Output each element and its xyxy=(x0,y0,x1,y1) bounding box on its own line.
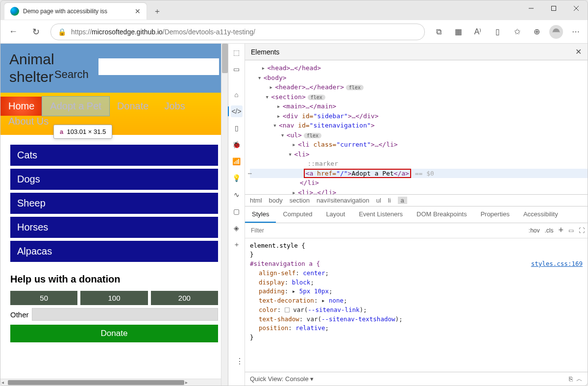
tab-computed[interactable]: Computed xyxy=(276,206,319,223)
svg-rect-1 xyxy=(552,6,556,11)
devtools-close-icon[interactable]: ✕ xyxy=(575,47,582,56)
tab-accessibility[interactable]: Accessibility xyxy=(516,206,565,223)
search-label: Search xyxy=(54,68,89,81)
quickview-collapse-icon[interactable]: ︿ xyxy=(576,375,583,384)
tab-bar: Demo page with accessibility iss ✕ ＋ xyxy=(0,0,588,20)
list-item[interactable]: Horses xyxy=(10,217,218,238)
site-title: Animalshelter xyxy=(9,51,54,86)
address-bar-row: ← ↻ 🔒 https://microsoftedge.github.io/De… xyxy=(0,20,588,44)
device-toggle-icon[interactable]: ▭ xyxy=(231,63,243,75)
elements-icon[interactable]: </> xyxy=(231,105,243,117)
other-input[interactable] xyxy=(32,308,218,321)
more-tools-icon[interactable]: ＋ xyxy=(231,239,243,251)
nav-adopt[interactable]: Adopt a Pet xyxy=(42,97,109,116)
style-tabs: Styles Computed Layout Event Listeners D… xyxy=(245,206,588,223)
panel-title: Elements xyxy=(251,48,279,56)
nav-jobs[interactable]: Jobs xyxy=(156,97,193,116)
profile-avatar[interactable] xyxy=(549,25,563,39)
devtools-rail: ⬚ ▭ ⌂ </> ▯ 🐞 📶 💡 ∿ ▢ ◈ ＋ xyxy=(228,44,245,386)
new-tab-button[interactable]: ＋ xyxy=(150,4,164,18)
memory-icon[interactable]: ∿ xyxy=(231,189,243,201)
other-amount-row: Other xyxy=(10,308,218,321)
styles-body[interactable]: element.style { } #sitenavigation a {sty… xyxy=(245,238,588,372)
hov-toggle[interactable]: :hov xyxy=(529,227,540,234)
main-area: Animalshelter Search Home Adopt a Pet Do… xyxy=(0,44,588,386)
list-item[interactable]: Dogs xyxy=(10,169,218,190)
tab-layout[interactable]: Layout xyxy=(319,206,352,223)
security-icon[interactable]: ◈ xyxy=(231,222,243,234)
tab-dombreak[interactable]: DOM Breakpoints xyxy=(410,206,474,223)
quickview-bar[interactable]: Quick View: Console ▾ ⎘ ︿ xyxy=(245,372,588,386)
tab-title: Demo page with accessibility iss xyxy=(23,8,131,15)
selected-dom-node[interactable]: ⋯ <a href="/">Adopt a Pet</a> == $0 xyxy=(250,169,588,179)
horizontal-scrollbar[interactable] xyxy=(0,379,221,386)
styles-filter-row: :hov .cls + ▭ ⛶ xyxy=(245,223,588,238)
devtools-overflow-icon[interactable]: ⋮ xyxy=(233,357,246,366)
site-nav: Home Adopt a Pet Donate Jobs About Us xyxy=(0,93,228,135)
back-button[interactable]: ← xyxy=(5,24,21,40)
nav-home[interactable]: Home xyxy=(0,97,42,116)
address-bar[interactable]: 🔒 https://microsoftedge.github.io/Demos/… xyxy=(50,24,425,40)
vertical-scrollbar[interactable] xyxy=(221,44,228,386)
refresh-button[interactable]: ↻ xyxy=(28,24,44,40)
devtools-main: Elements ✕ ▸<head>…</head> ▾<body> ▸<hea… xyxy=(245,44,588,386)
device-mode-icon[interactable]: ▭ xyxy=(568,227,574,234)
css-source-link[interactable]: styles.css:169 xyxy=(531,259,583,269)
minimize-button[interactable] xyxy=(520,0,542,16)
expand-icon[interactable]: ⛶ xyxy=(579,227,585,234)
tab-properties[interactable]: Properties xyxy=(474,206,516,223)
nav-donate[interactable]: Donate xyxy=(109,97,157,116)
inspect-tooltip: a 103.01 × 31.5 xyxy=(53,125,112,139)
quickview-more-icon[interactable]: ⎘ xyxy=(569,375,573,383)
url-text: https://microsoftedge.github.io/Demos/de… xyxy=(71,28,417,36)
list-item[interactable]: Sheep xyxy=(10,193,218,214)
search-input[interactable] xyxy=(98,58,219,75)
animal-list: Cats Dogs Sheep Horses Alpacas xyxy=(10,145,218,262)
list-item[interactable]: Cats xyxy=(10,145,218,166)
lock-icon: 🔒 xyxy=(58,28,66,36)
donate-200[interactable]: 200 xyxy=(151,291,218,305)
edge-icon xyxy=(10,7,19,16)
list-item[interactable]: Alpacas xyxy=(10,241,218,262)
page-header: Animalshelter Search xyxy=(0,44,228,93)
device-icon[interactable]: ⧉ xyxy=(432,24,445,40)
close-tab-icon[interactable]: ✕ xyxy=(135,7,141,15)
browser-chrome: Demo page with accessibility iss ✕ ＋ ← ↻… xyxy=(0,0,588,44)
tab-styles[interactable]: Styles xyxy=(245,206,276,223)
menu-icon[interactable]: ⋯ xyxy=(569,24,583,40)
reader-icon[interactable]: ▯ xyxy=(490,24,504,40)
styles-filter-input[interactable] xyxy=(248,224,529,237)
tab-listeners[interactable]: Event Listeners xyxy=(352,206,410,223)
application-icon[interactable]: ▢ xyxy=(231,206,243,217)
other-label: Other xyxy=(10,310,29,319)
close-window-button[interactable] xyxy=(565,0,588,16)
dom-tree[interactable]: ▸<head>…</head> ▾<body> ▸<header>…</head… xyxy=(245,60,588,194)
cls-toggle[interactable]: .cls xyxy=(544,227,553,234)
devtools-header: Elements ✕ xyxy=(245,44,588,60)
network-icon[interactable]: 📶 xyxy=(231,155,243,167)
donate-50[interactable]: 50 xyxy=(10,291,77,305)
page-content: Cats Dogs Sheep Horses Alpacas Help us w… xyxy=(0,135,228,352)
favorite-icon[interactable]: ✩ xyxy=(510,24,524,40)
browser-tab[interactable]: Demo page with accessibility iss ✕ xyxy=(4,3,147,20)
dom-breadcrumb[interactable]: html body section nav#sitenavigation ul … xyxy=(245,194,588,206)
collections-icon[interactable]: ⊕ xyxy=(530,24,543,40)
donation-heading: Help us with a donation xyxy=(10,274,218,285)
maximize-button[interactable] xyxy=(542,0,565,16)
toolbar-icons: ⧉ ▦ A⁾ ▯ ✩ ⊕ ⋯ xyxy=(432,24,583,40)
window-controls xyxy=(520,0,588,16)
donate-100[interactable]: 100 xyxy=(80,291,147,305)
sources-icon[interactable]: 🐞 xyxy=(231,139,243,151)
devtools-panel: ⬚ ▭ ⌂ </> ▯ 🐞 📶 💡 ∿ ▢ ◈ ＋ Elements ✕ ▸<h… xyxy=(228,44,588,386)
read-aloud-icon[interactable]: A⁾ xyxy=(471,24,485,40)
donate-button[interactable]: Donate xyxy=(10,325,218,342)
performance-icon[interactable]: 💡 xyxy=(231,172,243,184)
welcome-icon[interactable]: ⌂ xyxy=(231,89,243,101)
console-icon[interactable]: ▯ xyxy=(231,122,243,134)
inspect-icon[interactable]: ⬚ xyxy=(231,47,243,58)
extensions-icon[interactable]: ▦ xyxy=(451,24,465,40)
nav-about[interactable]: About Us xyxy=(0,116,228,131)
new-rule-button[interactable]: + xyxy=(558,225,564,235)
page-viewport: Animalshelter Search Home Adopt a Pet Do… xyxy=(0,44,228,386)
donation-buttons: 50 100 200 xyxy=(10,291,218,305)
